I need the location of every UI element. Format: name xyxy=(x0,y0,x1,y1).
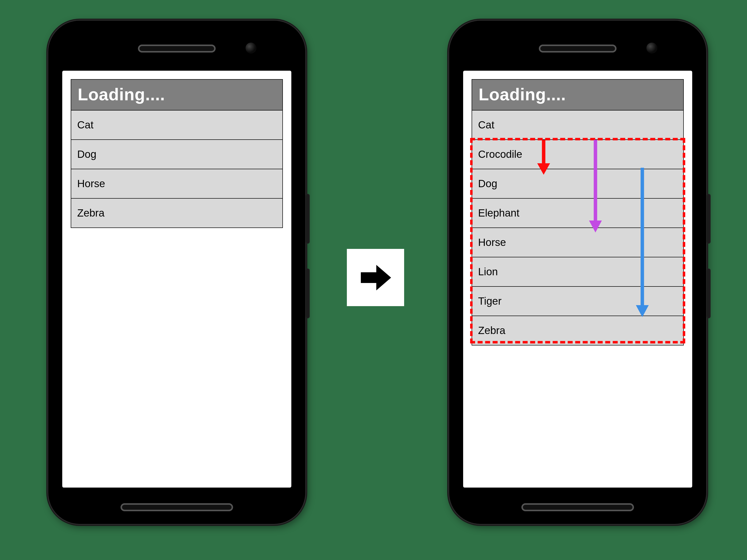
hardware-side-button xyxy=(306,194,310,244)
bottom-speaker xyxy=(121,503,233,511)
list-item[interactable]: Zebra xyxy=(71,198,282,228)
app-container: Loading.... Cat Dog Horse Zebra xyxy=(71,79,283,228)
hardware-side-button xyxy=(707,194,711,244)
hardware-side-button xyxy=(707,269,711,318)
list-item[interactable]: Elephant xyxy=(472,198,683,228)
list-item[interactable]: Lion xyxy=(472,257,683,287)
list-view[interactable]: Cat Crocodile Dog Elephant Horse Lion Ti… xyxy=(472,110,684,345)
front-camera xyxy=(646,43,658,54)
hardware-side-button xyxy=(306,269,310,318)
phone-mockup-right: Loading.... Cat Crocodile Dog Elephant H… xyxy=(448,20,707,525)
list-item[interactable]: Dog xyxy=(71,140,282,169)
list-item[interactable]: Zebra xyxy=(472,316,683,345)
earpiece-speaker xyxy=(138,45,216,53)
list-item[interactable]: Cat xyxy=(472,110,683,140)
app-header: Loading.... xyxy=(472,79,684,110)
list-item[interactable]: Horse xyxy=(472,228,683,257)
transition-arrow-box xyxy=(347,249,404,306)
bottom-speaker xyxy=(521,503,634,511)
list-view[interactable]: Cat Dog Horse Zebra xyxy=(71,110,283,228)
list-item[interactable]: Dog xyxy=(472,169,683,198)
phone-screen: Loading.... Cat Crocodile Dog Elephant H… xyxy=(463,71,692,487)
app-header: Loading.... xyxy=(71,79,283,110)
phone-screen: Loading.... Cat Dog Horse Zebra xyxy=(62,71,291,487)
list-item[interactable]: Tiger xyxy=(472,287,683,316)
arrow-right-icon xyxy=(359,261,392,294)
list-item[interactable]: Cat xyxy=(71,110,282,140)
phone-mockup-left: Loading.... Cat Dog Horse Zebra xyxy=(47,20,306,525)
app-container: Loading.... Cat Crocodile Dog Elephant H… xyxy=(472,79,684,345)
list-item[interactable]: Crocodile xyxy=(472,140,683,169)
list-item[interactable]: Horse xyxy=(71,169,282,198)
earpiece-speaker xyxy=(539,45,617,53)
front-camera xyxy=(246,43,256,54)
